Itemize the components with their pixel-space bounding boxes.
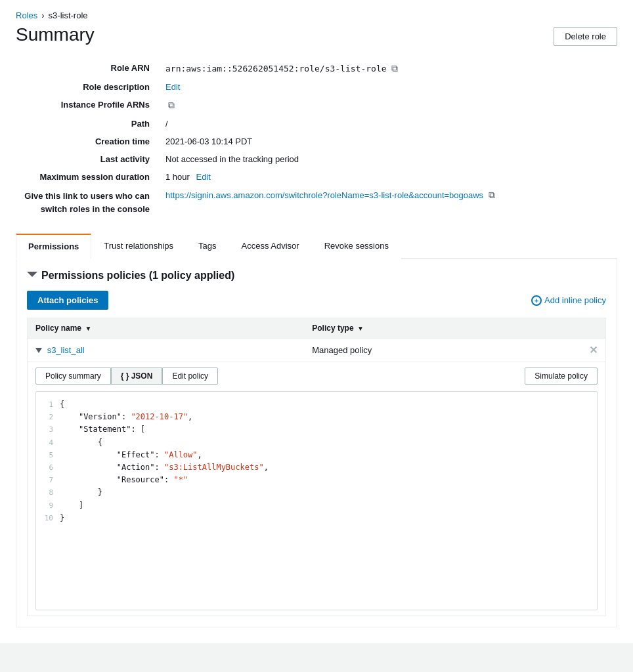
role-description-edit-link[interactable]: Edit: [165, 82, 180, 92]
summary-row-max-session: Maximum session duration 1 hour Edit: [16, 168, 617, 186]
instance-profile-label: Instance Profile ARNs: [16, 96, 160, 115]
remove-policy-button[interactable]: ✕: [589, 345, 598, 356]
policy-edit-tab[interactable]: Edit policy: [162, 368, 218, 385]
table-row: s3_list_all Managed policy ✕: [28, 339, 606, 362]
policy-name-cell: s3_list_all: [28, 339, 305, 362]
tabs: Permissions Trust relationships Tags Acc…: [16, 232, 617, 258]
plus-circle-icon: +: [531, 295, 542, 306]
json-editor: 1 { 2 "Version": "2012-10-17", 3 ": [35, 391, 598, 610]
summary-row-path: Path /: [16, 115, 617, 133]
policy-json-tab[interactable]: { } JSON: [111, 368, 163, 385]
max-session-value: 1 hour Edit: [160, 168, 617, 186]
page-header: Summary Delete role: [16, 24, 617, 46]
col-policy-type-header: Policy type ▼: [304, 318, 581, 339]
instance-profile-value: ⧉: [160, 96, 617, 115]
creation-time-value: 2021-06-03 10:14 PDT: [160, 133, 617, 150]
permissions-actions-row: Attach policies + Add inline policy: [27, 291, 606, 310]
summary-row-description: Role description Edit: [16, 78, 617, 96]
simulate-policy-button[interactable]: Simulate policy: [525, 368, 598, 385]
json-line-5: 5 "Effect": "Allow",: [36, 449, 597, 461]
col-action-header: [581, 318, 606, 339]
copy-switch-role-icon[interactable]: ⧉: [489, 190, 495, 201]
tab-tags[interactable]: Tags: [186, 234, 229, 259]
role-arn-value: arn:aws:iam::526262051452:role/s3-list-r…: [160, 59, 617, 78]
delete-role-button[interactable]: Delete role: [554, 27, 617, 46]
page-title: Summary: [16, 24, 95, 45]
json-line-3: 3 "Statement": [: [36, 423, 597, 436]
summary-row-creation-time: Creation time 2021-06-03 10:14 PDT: [16, 133, 617, 150]
sort-type-icon[interactable]: ▼: [357, 325, 364, 332]
json-line-8: 8 }: [36, 486, 597, 499]
policy-name-link[interactable]: s3_list_all: [47, 345, 85, 355]
json-line-1: 1 {: [36, 398, 597, 411]
path-value: /: [160, 115, 617, 133]
json-line-7: 7 "Resource": "*": [36, 474, 597, 486]
json-line-10: 10 }: [36, 512, 597, 524]
collapse-permissions-icon[interactable]: [27, 272, 37, 280]
policy-detail-row: Policy summary { } JSON Edit policy Simu…: [28, 362, 606, 616]
policy-tab-group: Policy summary { } JSON Edit policy: [35, 368, 218, 385]
role-description-value: Edit: [160, 78, 617, 96]
permissions-section-title: Permissions policies (1 policy applied): [41, 270, 234, 282]
breadcrumb-parent[interactable]: Roles: [16, 10, 37, 20]
tab-revoke-sessions[interactable]: Revoke sessions: [312, 234, 401, 259]
policy-table-header: Policy name ▼ Policy type ▼: [28, 318, 606, 339]
role-arn-label: Role ARN: [16, 59, 160, 78]
add-inline-label: Add inline policy: [544, 295, 606, 305]
tab-access-advisor[interactable]: Access Advisor: [229, 234, 312, 259]
attach-policies-button[interactable]: Attach policies: [27, 291, 108, 310]
breadcrumb: Roles › s3-list-role: [16, 10, 617, 20]
json-line-2: 2 "Version": "2012-10-17",: [36, 411, 597, 423]
max-session-edit-link[interactable]: Edit: [196, 172, 211, 182]
last-activity-value: Not accessed in the tracking period: [160, 150, 617, 168]
permissions-content: Permissions policies (1 policy applied) …: [16, 259, 617, 627]
summary-row-switch-role: Give this link to users who can switch r…: [16, 186, 617, 219]
policy-detail-actions: Policy summary { } JSON Edit policy Simu…: [35, 368, 598, 385]
breadcrumb-current: s3-list-role: [49, 10, 88, 20]
policy-detail-cell: Policy summary { } JSON Edit policy Simu…: [28, 362, 606, 616]
tab-trust-relationships[interactable]: Trust relationships: [91, 234, 186, 259]
role-description-label: Role description: [16, 78, 160, 96]
switch-role-link[interactable]: https://signin.aws.amazon.com/switchrole…: [165, 190, 483, 200]
summary-row-last-activity: Last activity Not accessed in the tracki…: [16, 150, 617, 168]
tab-permissions[interactable]: Permissions: [16, 234, 91, 259]
creation-time-label: Creation time: [16, 133, 160, 150]
max-session-label: Maximum session duration: [16, 168, 160, 186]
add-inline-policy-link[interactable]: + Add inline policy: [531, 295, 606, 306]
summary-row-arn: Role ARN arn:aws:iam::526262051452:role/…: [16, 59, 617, 78]
summary-row-instance-profile: Instance Profile ARNs ⧉: [16, 96, 617, 115]
tabs-container: Permissions Trust relationships Tags Acc…: [16, 232, 617, 259]
switch-role-url: https://signin.aws.amazon.com/switchrole…: [160, 186, 617, 219]
summary-table: Role ARN arn:aws:iam::526262051452:role/…: [16, 59, 617, 219]
json-line-9: 9 ]: [36, 499, 597, 512]
policy-table: Policy name ▼ Policy type ▼ s3_list_all: [27, 318, 606, 616]
expand-policy-chevron[interactable]: [35, 348, 42, 353]
breadcrumb-separator: ›: [41, 10, 44, 20]
path-label: Path: [16, 115, 160, 133]
col-policy-name-header: Policy name ▼: [28, 318, 305, 339]
permissions-section-header: Permissions policies (1 policy applied): [27, 270, 606, 282]
json-line-4: 4 {: [36, 436, 597, 449]
policy-type-cell: Managed policy: [304, 339, 581, 362]
json-line-6: 6 "Action": "s3:ListAllMyBuckets",: [36, 461, 597, 474]
policy-remove-cell: ✕: [581, 339, 606, 362]
sort-name-icon[interactable]: ▼: [85, 325, 91, 332]
policy-detail-content: Policy summary { } JSON Edit policy Simu…: [35, 368, 598, 610]
copy-arn-icon[interactable]: ⧉: [391, 63, 398, 74]
copy-instance-profile-icon[interactable]: ⧉: [168, 100, 175, 111]
switch-role-label: Give this link to users who can switch r…: [16, 186, 160, 219]
policy-summary-tab[interactable]: Policy summary: [35, 368, 111, 385]
last-activity-label: Last activity: [16, 150, 160, 168]
